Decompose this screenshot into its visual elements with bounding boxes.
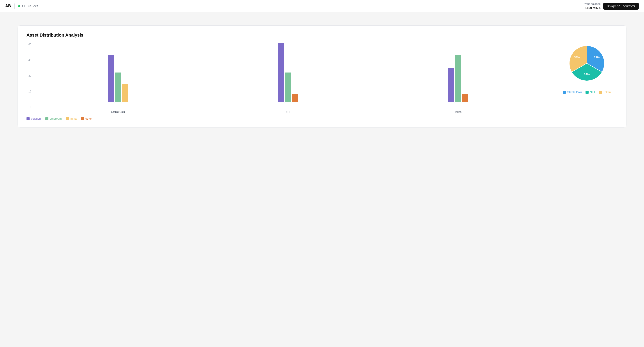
legend-color	[45, 117, 48, 120]
y-axis: 015304560	[26, 43, 33, 109]
legend-color	[26, 117, 30, 120]
status-dot	[18, 5, 20, 7]
main-content: Asset Distribution Analysis 015304560 St…	[0, 12, 644, 141]
pie-legend-label: Stable Coin	[567, 90, 582, 94]
bar	[455, 55, 461, 102]
bar-group	[373, 55, 543, 102]
bar	[278, 43, 284, 102]
x-axis-label: Stable Coin	[33, 110, 203, 114]
balance-label: Your balance	[584, 2, 601, 6]
header-divider	[14, 4, 15, 9]
legend-color	[81, 117, 84, 120]
y-axis-label: 30	[26, 74, 31, 77]
y-axis-label: 60	[26, 43, 31, 46]
header-status: 11	[18, 4, 25, 8]
chart-card: Asset Distribution Analysis 015304560 St…	[18, 26, 626, 128]
legend-item: polygon	[26, 117, 41, 120]
logo: AB	[5, 4, 11, 8]
pie-legend-color	[586, 91, 588, 94]
bar	[122, 84, 128, 102]
bar	[115, 72, 121, 102]
legend-color	[66, 117, 69, 120]
status-count: 11	[22, 4, 25, 8]
bar	[448, 68, 454, 102]
balance-amount: 1100 MINA	[584, 6, 601, 10]
chart-inner: Stable CoinNFTToken	[33, 43, 543, 114]
y-axis-label: 45	[26, 59, 31, 62]
bar	[462, 94, 468, 102]
pie-label: 33%	[584, 73, 590, 76]
pie-legend-item: NFT	[586, 90, 595, 94]
bar	[285, 72, 291, 102]
pie-legend-label: Token	[603, 90, 611, 94]
x-labels: Stable CoinNFTToken	[33, 110, 543, 114]
x-axis-label: NFT	[203, 110, 373, 114]
bar-group	[33, 55, 203, 102]
balance-info: Your balance 1100 MINA	[584, 2, 601, 10]
header: AB 11 Faucet Your balance 1100 MINA B62q…	[0, 0, 644, 12]
bar-legend: polygonethereumminaother	[26, 117, 543, 120]
pie-legend-item: Token	[599, 90, 611, 94]
bar-chart-area: 015304560 Stable CoinNFTToken	[26, 43, 543, 114]
pie-label: 33%	[594, 56, 600, 59]
header-nav: Faucet	[28, 4, 38, 8]
legend-label: other	[86, 117, 92, 120]
wallet-button[interactable]: B62qmqZ...beuC5mr	[603, 3, 639, 10]
pie-legend: Stable CoinNFTToken	[563, 90, 611, 94]
nav-faucet[interactable]: Faucet	[28, 4, 38, 8]
pie-legend-color	[563, 91, 566, 94]
legend-item: other	[81, 117, 92, 120]
pie-label: 33%	[574, 56, 580, 59]
pie-svg: 33%33%33%	[565, 42, 609, 85]
x-axis-label: Token	[373, 110, 543, 114]
pie-wrapper: 33%33%33%	[565, 42, 609, 85]
pie-legend-color	[599, 91, 602, 94]
legend-item: ethereum	[45, 117, 62, 120]
bar	[292, 94, 298, 102]
header-right: Your balance 1100 MINA B62qmqZ...beuC5mr	[584, 2, 639, 10]
bars-area	[33, 43, 543, 109]
bar	[108, 55, 114, 102]
y-axis-label: 15	[26, 90, 31, 93]
bar-chart-container: Asset Distribution Analysis 015304560 St…	[26, 33, 543, 120]
legend-label: ethereum	[50, 117, 62, 120]
legend-label: polygon	[31, 117, 41, 120]
bar-group	[203, 43, 373, 102]
legend-item: mina	[66, 117, 76, 120]
legend-label: mina	[70, 117, 76, 120]
pie-legend-item: Stable Coin	[563, 90, 582, 94]
y-axis-label: 0	[26, 106, 31, 109]
pie-chart-container: 33%33%33% Stable CoinNFTToken	[556, 33, 618, 94]
pie-legend-label: NFT	[590, 90, 595, 94]
chart-title: Asset Distribution Analysis	[26, 33, 543, 38]
